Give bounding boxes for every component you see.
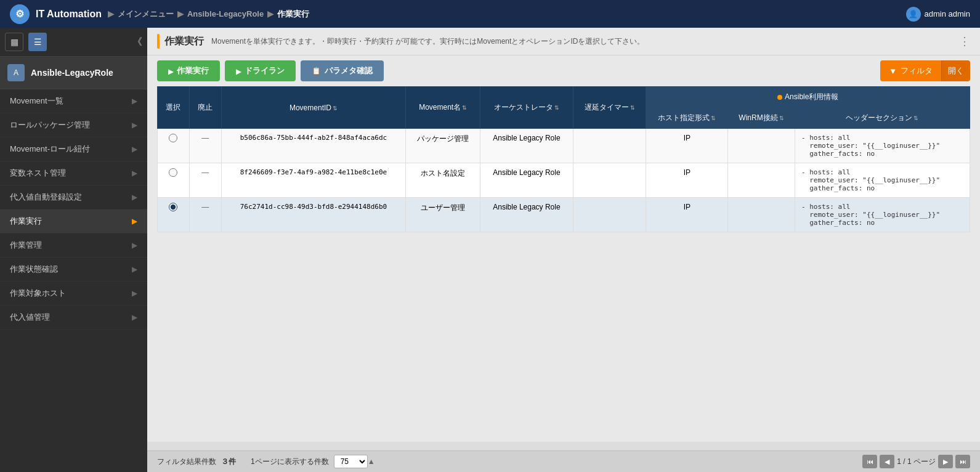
- row-movement-name-0: パッケージ管理: [406, 129, 480, 163]
- menu-arrow: ▶: [132, 97, 137, 105]
- row-delay-timer-2: [573, 198, 646, 232]
- filter-button-group: ▼ フィルタ 開く: [880, 60, 970, 81]
- row-header-section-2: - hosts: all remote_user: "{{__loginuser…: [795, 198, 970, 232]
- th-winrm[interactable]: WinRM接続⇅: [728, 108, 795, 129]
- sidebar-list-btn[interactable]: ☰: [28, 33, 47, 51]
- sidebar-item-label: 作業管理: [10, 240, 42, 251]
- th-header-section[interactable]: ヘッダーセクション⇅: [795, 108, 970, 129]
- th-discard: 廃止: [189, 87, 221, 129]
- sidebar-item-label: 代入値自動登録設定: [10, 192, 82, 203]
- row-orchestrator-0: Ansible Legacy Role: [480, 129, 573, 163]
- th-host-format[interactable]: ホスト指定形式⇅: [646, 108, 728, 129]
- menu-arrow: ▶: [132, 241, 137, 250]
- user-label: admin admin: [925, 9, 970, 18]
- row-host-format-0: IP: [646, 129, 728, 163]
- row-movement-name-1: ホスト名設定: [406, 163, 480, 198]
- row-winrm-2: [728, 198, 795, 232]
- sidebar-item-label: Movement一覧: [10, 96, 63, 107]
- table-row: — 8f246609-f3e7-4af9-a982-4e11be8c1e0e ホ…: [158, 163, 970, 198]
- row-movement-name-2: ユーザー管理: [406, 198, 480, 232]
- row-movement-id-1: 8f246609-f3e7-4af9-a982-4e11be8c1e0e: [221, 163, 405, 198]
- row-header-section-0: - hosts: all remote_user: "{{__loginuser…: [795, 129, 970, 163]
- table-footer: フィルタ結果件数 ３件 1ページに表示する件数 75 50 100 ▲ ⏮ ◀ …: [147, 450, 980, 472]
- filter-icon: ▼: [889, 67, 897, 76]
- row-movement-id-2: 76c2741d-cc98-49d3-bfd8-e2944148d6b0: [221, 198, 405, 232]
- sidebar-grid-btn[interactable]: ▦: [5, 33, 23, 51]
- row-radio-0[interactable]: [169, 134, 177, 142]
- prev-page-btn[interactable]: ◀: [880, 455, 894, 468]
- row-select-0[interactable]: [158, 129, 190, 163]
- horizontal-scrollbar[interactable]: [147, 442, 980, 450]
- sidebar-item-0[interactable]: Movement一覧▶: [0, 89, 147, 113]
- breadcrumb-item-1[interactable]: メインメニュー: [118, 9, 174, 20]
- user-info: 👤 admin admin: [906, 7, 970, 22]
- sidebar-item-7[interactable]: 作業状態確認▶: [0, 258, 147, 282]
- sidebar-item-label: 変数ネスト管理: [10, 168, 66, 179]
- row-discard-1: —: [189, 163, 221, 198]
- first-page-btn[interactable]: ⏮: [862, 455, 877, 468]
- row-discard-2: —: [189, 198, 221, 232]
- row-host-format-2: IP: [646, 198, 728, 232]
- sidebar-item-3[interactable]: 変数ネスト管理▶: [0, 161, 147, 185]
- menu-arrow: ▶: [132, 217, 137, 226]
- page-menu-btn[interactable]: ⋮: [959, 35, 970, 48]
- page-subtitle: Movementを単体実行できます。・即時実行・予約実行 が可能です。実行時には…: [211, 36, 952, 47]
- filter-button[interactable]: ▼ フィルタ: [880, 60, 941, 81]
- data-table: 選択 廃止 MovementID⇅ Movement名⇅ オーケストレータ⇅ 遅…: [157, 86, 970, 232]
- sidebar-item-8[interactable]: 作業対象ホスト▶: [0, 282, 147, 306]
- breadcrumb-item-current: 作業実行: [277, 9, 309, 20]
- user-avatar: 👤: [906, 7, 921, 22]
- page-header: 作業実行 Movementを単体実行できます。・即時実行・予約実行 が可能です。…: [147, 28, 980, 55]
- sidebar-item-6[interactable]: 作業管理▶: [0, 234, 147, 258]
- sidebar-menu: Movement一覧▶ロールパッケージ管理▶Movement-ロール紐付▶変数ネ…: [0, 89, 147, 472]
- row-orchestrator-1: Ansible Legacy Role: [480, 163, 573, 198]
- th-delay-timer[interactable]: 遅延タイマー⇅: [573, 87, 646, 129]
- th-select: 選択: [158, 87, 190, 129]
- per-page-label: 1ページに表示する件数: [251, 457, 329, 467]
- sidebar-module: A Ansible-LegacyRole: [0, 57, 147, 89]
- row-header-section-1: - hosts: all remote_user: "{{__loginuser…: [795, 163, 970, 198]
- sidebar-item-5[interactable]: 作業実行▶: [0, 210, 147, 234]
- th-orchestrator[interactable]: オーケストレータ⇅: [480, 87, 573, 129]
- sidebar-collapse-btn[interactable]: 《: [132, 36, 142, 49]
- row-discard-0: —: [189, 129, 221, 163]
- menu-arrow: ▶: [132, 169, 137, 177]
- page-title-accent: [157, 34, 160, 49]
- th-movement-id[interactable]: MovementID⇅: [221, 87, 405, 129]
- row-select-2[interactable]: [158, 198, 190, 232]
- table-row: — 76c2741d-cc98-49d3-bfd8-e2944148d6b0 ユ…: [158, 198, 970, 232]
- next-page-btn[interactable]: ▶: [938, 455, 953, 468]
- menu-arrow: ▶: [132, 121, 137, 129]
- sidebar-item-9[interactable]: 代入値管理▶: [0, 306, 147, 330]
- last-page-btn[interactable]: ⏭: [955, 455, 970, 468]
- play-icon-2: [236, 67, 241, 76]
- menu-arrow: ▶: [132, 265, 137, 274]
- param-icon: 📋: [312, 67, 321, 75]
- filter-open-button[interactable]: 開く: [941, 60, 970, 81]
- filter-count: ３件: [221, 457, 236, 467]
- row-radio-2[interactable]: [169, 203, 177, 211]
- row-host-format-1: IP: [646, 163, 728, 198]
- sidebar-item-1[interactable]: ロールパッケージ管理▶: [0, 113, 147, 137]
- page-nav: ⏮ ◀ 1 / 1 ページ ▶ ⏭: [862, 455, 970, 468]
- dryrun-button[interactable]: ドライラン: [225, 60, 296, 81]
- play-icon: [168, 67, 173, 76]
- table-area: 選択 廃止 MovementID⇅ Movement名⇅ オーケストレータ⇅ 遅…: [147, 86, 980, 442]
- menu-arrow: ▶: [132, 313, 137, 322]
- sidebar-item-2[interactable]: Movement-ロール紐付▶: [0, 137, 147, 161]
- menu-arrow: ▶: [132, 193, 137, 201]
- sidebar-item-4[interactable]: 代入値自動登録設定▶: [0, 185, 147, 210]
- breadcrumb-item-2[interactable]: Ansible-LegacyRole: [187, 9, 264, 18]
- execute-button[interactable]: 作業実行: [157, 60, 220, 81]
- row-select-1[interactable]: [158, 163, 190, 198]
- menu-arrow: ▶: [132, 289, 137, 298]
- th-movement-name[interactable]: Movement名⇅: [406, 87, 480, 129]
- module-name: Ansible-LegacyRole: [31, 68, 113, 78]
- table-row: — b506c86a-75bb-444f-ab2f-848af4aca6dc パ…: [158, 129, 970, 163]
- per-page-select[interactable]: 75 50 100: [334, 455, 368, 468]
- ansible-dot: [777, 95, 782, 100]
- row-radio-1[interactable]: [169, 168, 177, 177]
- sidebar-item-label: 作業対象ホスト: [10, 288, 66, 299]
- breadcrumb: ▶ メインメニュー ▶ Ansible-LegacyRole ▶ 作業実行: [108, 9, 309, 20]
- param-check-button[interactable]: 📋 パラメタ確認: [301, 60, 384, 81]
